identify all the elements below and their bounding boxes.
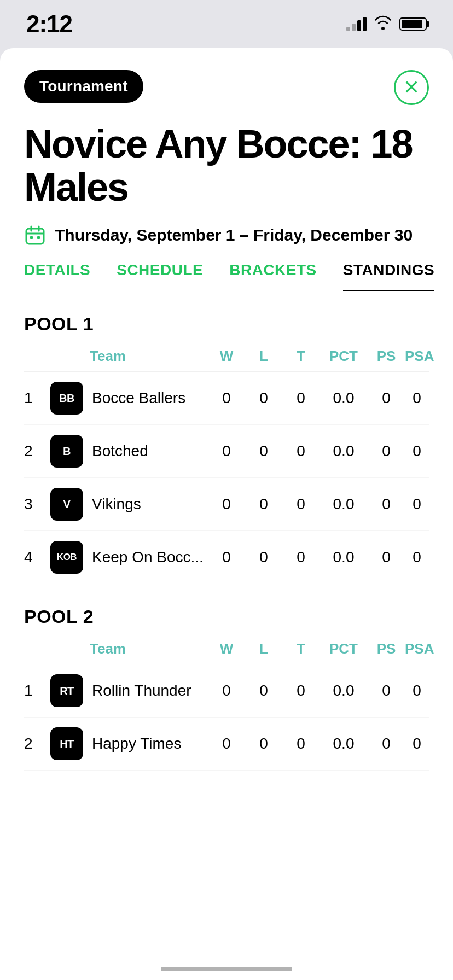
col-header-team: Team	[90, 640, 126, 657]
svg-rect-2	[37, 236, 40, 239]
avatar: V	[50, 488, 83, 521]
pool-2-header: Team W L T PCT PS PSA	[24, 640, 429, 664]
tournament-badge: Tournament	[24, 70, 143, 103]
stat-pct: 0.0	[320, 735, 368, 752]
status-bar: 2:12	[0, 0, 453, 48]
date-row: Thursday, September 1 – Friday, December…	[24, 224, 429, 246]
stat-psa: 0	[405, 495, 429, 513]
team-name: Botched	[92, 442, 208, 460]
stat-pct: 0.0	[320, 389, 368, 407]
stat-w: 0	[208, 442, 245, 460]
col-header-psa: PSA	[405, 348, 434, 364]
team-rank: 2	[24, 442, 50, 460]
col-header-w: W	[220, 640, 234, 657]
stat-psa: 0	[405, 735, 429, 752]
stat-ps: 0	[368, 735, 405, 752]
team-name: Vikings	[92, 495, 208, 513]
stat-psa: 0	[405, 389, 429, 407]
pool-1-header: Team W L T PCT PS PSA	[24, 348, 429, 372]
stat-ps: 0	[368, 495, 405, 513]
tab-standings[interactable]: STANDINGS	[343, 261, 434, 291]
col-header-t: T	[297, 640, 305, 657]
tab-details[interactable]: DETAILS	[24, 261, 90, 291]
col-header-psa: PSA	[405, 640, 434, 657]
avatar: BB	[50, 382, 83, 415]
stat-pct: 0.0	[320, 682, 368, 699]
team-name: Bocce Ballers	[92, 389, 208, 407]
col-header-t: T	[297, 348, 305, 364]
team-rank: 1	[24, 682, 50, 699]
home-indicator	[161, 967, 292, 971]
pool-1-section: POOL 1 Team W L T PCT	[0, 313, 453, 584]
stat-pct: 0.0	[320, 442, 368, 460]
date-range: Thursday, September 1 – Friday, December…	[55, 226, 413, 244]
col-header-l: L	[259, 348, 268, 364]
svg-rect-1	[30, 236, 33, 239]
col-header-l: L	[259, 640, 268, 657]
tab-bar: DETAILS SCHEDULE BRACKETS STANDINGS	[0, 261, 453, 291]
signal-icon	[346, 17, 367, 31]
col-header-ps: PS	[377, 640, 396, 657]
close-icon: ✕	[403, 78, 420, 97]
stat-l: 0	[245, 495, 282, 513]
pool-2-title: POOL 2	[24, 606, 429, 627]
stat-l: 0	[245, 442, 282, 460]
stat-pct: 0.0	[320, 549, 368, 566]
tab-brackets[interactable]: BRACKETS	[229, 261, 317, 291]
stat-t: 0	[282, 549, 320, 566]
status-icons	[346, 15, 427, 34]
avatar: KOB	[50, 541, 83, 574]
col-header-pct: PCT	[329, 348, 358, 364]
pool-2-section: POOL 2 Team W L T PCT	[0, 606, 453, 771]
col-header-ps: PS	[377, 348, 396, 364]
table-row: 2 B Botched 0 0 0 0.0 0 0	[24, 425, 429, 478]
col-header-pct: PCT	[329, 640, 358, 657]
table-row: 3 V Vikings 0 0 0 0.0 0 0	[24, 478, 429, 531]
stat-t: 0	[282, 735, 320, 752]
title-section: Novice Any Bocce: 18 Males Thursday, Sep…	[0, 122, 453, 246]
avatar: RT	[50, 674, 83, 707]
stat-w: 0	[208, 495, 245, 513]
stat-w: 0	[208, 682, 245, 699]
stat-l: 0	[245, 682, 282, 699]
team-name: Keep On Bocc...	[92, 549, 208, 566]
stat-psa: 0	[405, 682, 429, 699]
avatar: B	[50, 435, 83, 468]
stat-w: 0	[208, 389, 245, 407]
pool-1-table: Team W L T PCT PS PSA	[24, 348, 429, 584]
battery-icon	[399, 18, 427, 31]
main-card: Tournament ✕ Novice Any Bocce: 18 Males …	[0, 48, 453, 980]
pool-1-title: POOL 1	[24, 313, 429, 335]
stat-psa: 0	[405, 549, 429, 566]
team-rank: 2	[24, 735, 50, 752]
stat-t: 0	[282, 389, 320, 407]
status-time: 2:12	[26, 10, 72, 38]
avatar: HT	[50, 727, 83, 760]
stat-ps: 0	[368, 389, 405, 407]
stat-w: 0	[208, 735, 245, 752]
stat-psa: 0	[405, 442, 429, 460]
pool-2-table: Team W L T PCT PS PSA	[24, 640, 429, 771]
stat-pct: 0.0	[320, 495, 368, 513]
stat-l: 0	[245, 549, 282, 566]
card-header: Tournament ✕	[0, 48, 453, 105]
close-button[interactable]: ✕	[394, 70, 429, 105]
wifi-icon	[373, 15, 393, 34]
stat-t: 0	[282, 442, 320, 460]
tab-schedule[interactable]: SCHEDULE	[117, 261, 203, 291]
stat-ps: 0	[368, 549, 405, 566]
svg-rect-0	[26, 229, 44, 244]
team-name: Rollin Thunder	[92, 682, 208, 699]
page-title: Novice Any Bocce: 18 Males	[24, 122, 429, 209]
col-header-team: Team	[90, 348, 126, 364]
team-rank: 3	[24, 495, 50, 513]
team-name: Happy Times	[92, 735, 208, 752]
stat-ps: 0	[368, 442, 405, 460]
table-row: 2 HT Happy Times 0 0 0 0.0 0 0	[24, 718, 429, 771]
col-header-w: W	[220, 348, 234, 364]
team-rank: 4	[24, 549, 50, 566]
stat-ps: 0	[368, 682, 405, 699]
table-row: 1 RT Rollin Thunder 0 0 0 0.0 0 0	[24, 664, 429, 718]
table-row: 4 KOB Keep On Bocc... 0 0 0 0.0 0 0	[24, 531, 429, 584]
stat-l: 0	[245, 389, 282, 407]
